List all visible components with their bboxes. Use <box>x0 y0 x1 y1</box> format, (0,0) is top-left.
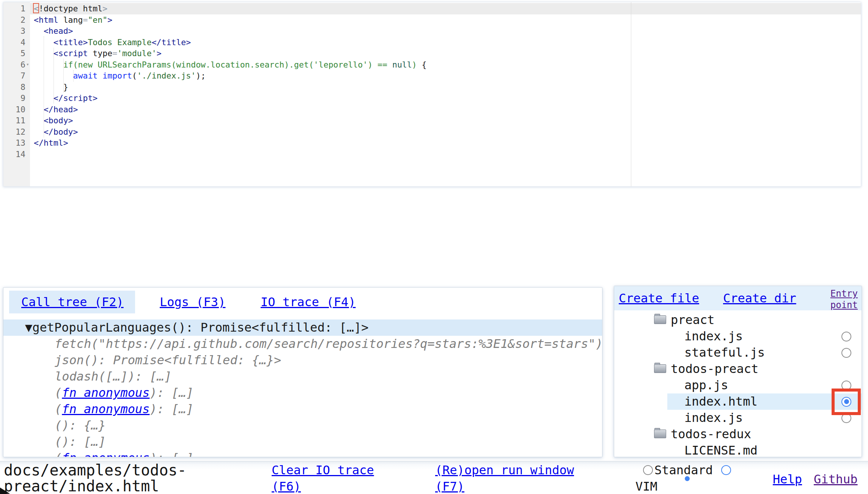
code-token: </script> <box>53 93 98 103</box>
folder-row[interactable]: todos-redux <box>614 426 862 442</box>
fn-anonymous-link[interactable]: fn anonymous <box>62 451 149 457</box>
file-name: index.js <box>684 411 743 425</box>
code-token: { <box>417 60 427 69</box>
calltree-row[interactable]: (fn anonymous): […] <box>3 385 602 401</box>
code-line: <html lang="en"> <box>34 14 861 26</box>
tab-io-trace[interactable]: IO trace (F4) <box>261 291 355 313</box>
calltree-row[interactable]: (): […] <box>3 434 602 450</box>
help-link[interactable]: Help <box>773 471 802 488</box>
calltree-row[interactable]: (): {…} <box>3 417 602 434</box>
code-line: <script type='module'> <box>34 48 861 59</box>
editor-code[interactable]: <!doctype html><html lang="en"> <head> <… <box>34 3 861 160</box>
code-token: ( <box>132 71 137 80</box>
file-row[interactable]: LICENSE.md <box>614 442 862 457</box>
calltree-panel: Call tree (F2) Logs (F3) IO trace (F4) ▼… <box>3 287 602 457</box>
code-token: !doctype html <box>39 4 102 13</box>
code-token <box>34 49 53 58</box>
code-token: </head> <box>44 105 78 114</box>
clear-io-trace-link[interactable]: Clear IO trace (F6) <box>272 462 385 494</box>
file-row[interactable]: app.js <box>614 377 862 393</box>
file-row[interactable]: index.js <box>614 328 862 345</box>
code-token: Todos Example <box>88 38 151 47</box>
calltree-text: ): […] <box>149 385 193 400</box>
file-name: index.html <box>684 394 758 409</box>
code-token: </body> <box>44 127 78 137</box>
cursor-block: < <box>34 4 39 13</box>
line-number: 11 <box>3 115 30 126</box>
create-file-link[interactable]: Create file <box>619 286 699 310</box>
file-row[interactable]: index.js <box>614 410 862 426</box>
calltree-text: ( <box>55 451 62 457</box>
calltree-row[interactable]: json(): Promise<fulfilled: {…}> <box>3 352 602 368</box>
editor-mode-vim-radio[interactable] <box>721 465 731 475</box>
editor-mode-standard-radio[interactable] <box>643 465 653 475</box>
code-token: if(new URLSearchParams(window.location.s… <box>63 60 392 69</box>
file-tree: preactindex.jsstateful.jstodos-preactapp… <box>614 312 862 457</box>
code-token <box>34 38 53 47</box>
tab-call-tree[interactable]: Call tree (F2) <box>21 291 124 313</box>
folder-row[interactable]: preact <box>614 312 862 328</box>
entrypoint-radio[interactable] <box>841 348 851 358</box>
code-token: </html> <box>34 138 68 148</box>
code-token: ) <box>412 60 417 69</box>
editor-mode-toggle: Standard VIM <box>635 462 739 494</box>
line-number: 1 <box>3 3 30 14</box>
code-token: "en" <box>88 15 107 25</box>
line-number: 4 <box>3 37 30 48</box>
statusbar: docs/examples/todos-preact/index.html Cl… <box>0 461 868 494</box>
code-token: = <box>112 49 117 58</box>
file-row[interactable]: index.html <box>614 393 862 410</box>
files-toolbar: Create file Create dir Entry point <box>614 286 862 310</box>
editor-mode-standard-label: Standard <box>654 463 713 477</box>
create-dir-link[interactable]: Create dir <box>723 286 796 310</box>
calltree-row[interactable]: (fn anonymous): […] <box>3 450 602 457</box>
calltree-text: (): […] <box>55 434 106 449</box>
folder-icon <box>654 429 666 438</box>
calltree-row[interactable]: fetch("https://api.github.com/search/rep… <box>3 336 602 352</box>
tab-logs[interactable]: Logs (F3) <box>160 291 225 313</box>
code-token: await <box>73 71 98 80</box>
code-token: <head> <box>44 26 73 36</box>
file-name: LICENSE.md <box>684 443 758 457</box>
calltree-text: ▼getPopularLanguages(): Promise<fulfille… <box>25 320 368 335</box>
code-line: </html> <box>34 137 861 149</box>
line-number: 14 <box>3 149 30 160</box>
file-name: preact <box>671 313 715 327</box>
file-row[interactable]: stateful.js <box>614 345 862 361</box>
code-token: lang <box>58 15 83 25</box>
fold-arrow-icon[interactable]: ▾ <box>25 59 31 70</box>
code-token: ); <box>196 71 206 80</box>
github-link[interactable]: Github <box>814 471 858 488</box>
calltree-text: json(): Promise<fulfilled: {…}> <box>55 353 281 367</box>
calltree-text: (): {…} <box>55 418 106 433</box>
code-token: null <box>392 60 412 69</box>
code-token <box>34 93 53 103</box>
file-name: index.js <box>684 329 743 343</box>
calltree-row[interactable]: lodash([…]): […] <box>3 368 602 385</box>
editor-pane[interactable]: 1234567891011121314 ▾ <!doctype html><ht… <box>3 2 861 187</box>
code-token: } <box>34 82 68 92</box>
calltree-row[interactable]: ▼getPopularLanguages(): Promise<fulfille… <box>3 319 602 336</box>
fn-anonymous-link[interactable]: fn anonymous <box>62 385 149 400</box>
calltree-row[interactable]: (fn anonymous): […] <box>3 401 602 417</box>
code-line: <body> <box>34 115 861 126</box>
line-number: 13 <box>3 137 30 149</box>
code-token <box>34 71 73 80</box>
entrypoint-radio[interactable] <box>841 332 851 341</box>
code-line: <title>Todos Example</title> <box>34 37 861 48</box>
code-token: <html <box>34 15 58 25</box>
line-number: 12 <box>3 126 30 138</box>
file-name: todos-redux <box>671 427 751 441</box>
code-line: if(new URLSearchParams(window.location.s… <box>34 59 861 71</box>
code-line: </head> <box>34 104 861 115</box>
code-line: </script> <box>34 93 861 104</box>
reopen-run-window-link[interactable]: (Re)open run window (F7) <box>435 462 581 494</box>
code-token <box>34 116 44 125</box>
line-number: 3 <box>3 25 30 37</box>
fn-anonymous-link[interactable]: fn anonymous <box>62 402 149 416</box>
line-number: 5 <box>3 48 30 59</box>
calltree-text: ): […] <box>149 402 193 416</box>
folder-row[interactable]: todos-preact <box>614 361 862 377</box>
entry-point-link[interactable]: Entry point <box>826 288 858 311</box>
code-token: './index.js' <box>137 71 196 80</box>
